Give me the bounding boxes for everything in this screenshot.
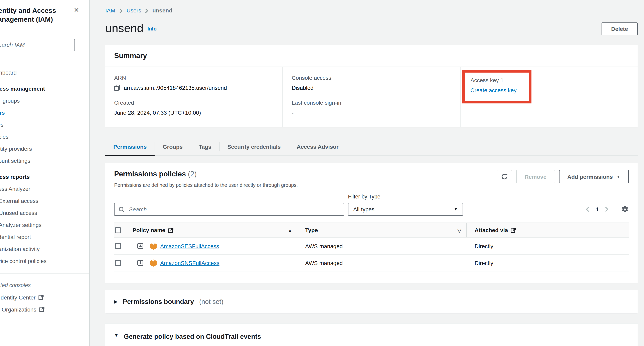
policy-count-badge: (2) [188,170,197,178]
arn-label: ARN [114,75,274,81]
permissions-panel-header: Permissions policies (2) Permissions are… [105,163,638,188]
type-header[interactable]: Type [305,227,318,233]
created-label: Created [114,99,274,106]
refresh-button[interactable] [496,170,512,183]
search-iam-input[interactable] [0,42,70,49]
sidebar-item-analyzer-settings[interactable]: Analyzer settings [0,219,89,231]
close-icon[interactable]: × [74,6,79,14]
last-signin-field: Last console sign-in - [292,99,451,116]
filter-by-type-label: Filter by Type [348,194,463,200]
summary-column-2: Console access Disabled Last console sig… [282,67,460,127]
page-header: unsend Info Delete [105,22,638,35]
breadcrumb-iam[interactable]: IAM [105,7,115,14]
last-signin-value: - [292,109,294,116]
sidebar-item-policies[interactable]: Policies [0,131,89,143]
tab-tags[interactable]: Tags [191,139,219,156]
permissions-policies-label: Permissions policies [114,170,186,178]
sidebar-item-unused-access[interactable]: Unused access [0,207,89,219]
caret-down-icon: ▼ [454,207,458,211]
last-signin-label: Last console sign-in [292,99,451,106]
sidebar-item-service-control-policies[interactable]: Service control policies [0,255,89,267]
permissions-policies-title: Permissions policies (2) [114,170,298,178]
policy-attached-via: Directly [474,243,493,249]
settings-gear-icon[interactable] [621,205,629,213]
sidebar-item-organization-activity[interactable]: Organization activity [0,243,89,255]
expand-row-icon[interactable] [137,260,144,266]
generate-policy-section[interactable]: ▼ Generate policy based on CloudTrail ev… [105,323,638,346]
breadcrumb-current: unsend [152,7,172,14]
copy-icon[interactable] [114,85,120,91]
delete-button[interactable]: Delete [602,23,638,35]
sort-ascending-icon[interactable]: ▲ [288,228,292,232]
search-icon [118,206,124,212]
caret-down-icon: ▼ [616,175,620,179]
sidebar-item-label: AWS Organizations [0,306,36,313]
tab-groups[interactable]: Groups [155,139,191,156]
sidebar-item-account-settings[interactable]: Account settings [0,155,89,167]
managed-policy-icon [150,242,156,250]
select-all-checkbox[interactable] [115,227,121,233]
sidebar-nav: Dashboard Access management User groups … [0,67,89,315]
sidebar-item-identity-providers[interactable]: Identity providers [0,143,89,155]
arn-value: arn:aws:iam::905418462135:user/unsend [124,85,227,91]
collapse-section-icon: ▼ [114,333,118,337]
sidebar-section-access-management[interactable]: Access management [0,83,89,95]
info-link[interactable]: Info [148,26,156,32]
table-row: AmazonSNSFullAccess AWS managed Directly [114,255,629,271]
sidebar-section-access-reports[interactable]: Access reports [0,171,89,183]
external-link-icon [168,227,173,233]
tab-permissions[interactable]: Permissions [105,139,155,156]
policy-type: AWS managed [305,260,343,266]
tab-security-credentials[interactable]: Security credentials [219,139,288,156]
filter-row: Filter by Type All types ▼ 1 [105,188,638,216]
table-header-row: Policy name ▲ Type ▽ Attached via [114,222,629,238]
policy-attached-via: Directly [474,260,493,266]
summary-heading: Summary [105,45,638,67]
sidebar-search [0,39,75,51]
type-filter-select[interactable]: All types ▼ [348,203,463,216]
arn-field: ARN arn:aws:iam::905418462135:user/unsen… [114,75,274,91]
main-content: IAM Users unsend unsend Info Delete Summ… [90,0,644,346]
external-link-icon [38,295,44,300]
next-page-icon[interactable] [605,206,609,212]
chevron-right-icon [145,8,148,13]
breadcrumb: IAM Users unsend [105,0,638,14]
sidebar-item-iam-identity-center[interactable]: IAM Identity Center [0,291,89,303]
expand-row-icon[interactable] [137,243,144,249]
type-filter-group: Filter by Type All types ▼ [348,194,463,216]
page-title: unsend [105,22,144,35]
permissions-boundary-section[interactable]: ▶ Permissions boundary (not set) [105,290,638,313]
sidebar-item-aws-organizations[interactable]: AWS Organizations [0,303,89,315]
sidebar-divider [0,60,89,60]
row-checkbox[interactable] [115,260,121,266]
tab-access-advisor[interactable]: Access Advisor [289,139,347,156]
policy-type: AWS managed [305,243,343,249]
filter-icon[interactable]: ▽ [457,227,461,233]
previous-page-icon[interactable] [586,206,590,212]
permissions-boundary-title: Permissions boundary [123,298,194,305]
policy-search-input[interactable] [128,206,340,213]
remove-button[interactable]: Remove [516,170,555,183]
refresh-icon [501,173,508,180]
sidebar-item-users[interactable]: Users [0,107,89,119]
pagination-divider [615,204,615,214]
create-access-key-link[interactable]: Create access key [470,87,528,93]
expand-section-icon: ▶ [114,299,118,304]
sidebar-item-access-analyzer[interactable]: Access Analyzer [0,183,89,195]
pagination: 1 [586,203,629,216]
add-permissions-button[interactable]: Add permissions ▼ [559,170,629,183]
chevron-right-icon [119,8,122,13]
attached-via-header[interactable]: Attached via [474,227,508,233]
sidebar-item-external-access[interactable]: External access [0,195,89,207]
policy-link[interactable]: AmazonSESFullAccess [160,243,219,249]
sidebar-item-user-groups[interactable]: User groups [0,95,89,107]
policy-link[interactable]: AmazonSNSFullAccess [160,260,220,266]
sidebar-item-credential-report[interactable]: Credential report [0,231,89,243]
breadcrumb-users[interactable]: Users [126,7,141,14]
policy-name-header[interactable]: Policy name [132,227,165,233]
access-key-label: Access key 1 [470,77,528,83]
sidebar-item-roles[interactable]: Roles [0,119,89,131]
row-checkbox[interactable] [115,243,121,249]
page-number[interactable]: 1 [596,206,599,212]
sidebar-item-dashboard[interactable]: Dashboard [0,67,89,79]
